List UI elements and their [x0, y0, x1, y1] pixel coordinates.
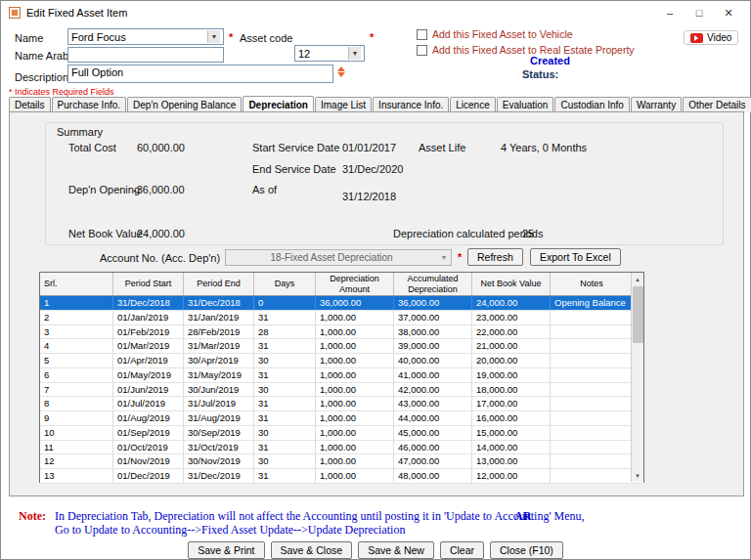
description-input[interactable]: Full Option	[67, 65, 333, 83]
tab-strip: DetailsPurchase Info.Dep'n Opening Balan…	[9, 96, 751, 112]
table-cell	[551, 368, 633, 382]
table-row[interactable]: 801/Jul/201931/Jul/2019311,000.0043,000.…	[40, 397, 643, 411]
tab-other-details[interactable]: Other Details	[683, 97, 751, 112]
column-header-srl[interactable]: Srl.	[40, 273, 113, 295]
tab-image-list[interactable]: Image List	[315, 97, 372, 112]
scroll-up-icon[interactable]: ▲	[632, 273, 643, 285]
table-row[interactable]: 401/Mar/201931/Mar/2019311,000.0039,000.…	[40, 339, 643, 354]
table-row[interactable]: 201/Jan/201931/Jan/2019311,000.0037,000.…	[40, 311, 643, 325]
tab-details[interactable]: Details	[9, 97, 51, 112]
save-close-button[interactable]: Save & Close	[271, 541, 353, 559]
tab-warranty[interactable]: Warranty	[631, 97, 682, 112]
minimize-icon[interactable]: –	[662, 7, 678, 20]
end-service-date-label: End Service Date	[252, 163, 336, 175]
table-cell: 3	[40, 325, 113, 339]
table-cell: 1,000.00	[316, 397, 394, 410]
depn-opening-value: -36,000.00	[133, 184, 185, 195]
column-header-net-book-value[interactable]: Net Book Value	[472, 273, 551, 295]
checkbox-icon[interactable]	[417, 45, 427, 56]
created-status-text: Created	[530, 55, 570, 66]
table-cell: 31/May/2019	[184, 368, 254, 382]
video-play-icon	[690, 33, 703, 43]
column-header-days[interactable]: Days	[254, 273, 316, 295]
column-header-notes[interactable]: Notes	[551, 273, 633, 295]
table-cell: 31/Aug/2019	[184, 411, 254, 425]
table-cell: 01/Feb/2019	[113, 325, 184, 339]
close-icon[interactable]: ✕	[721, 7, 736, 20]
table-cell: 9	[40, 411, 113, 425]
grid-header-row: Srl.Period StartPeriod EndDaysDepreciati…	[40, 273, 643, 296]
table-row[interactable]: 1001/Sep/201930/Sep/2019301,000.0045,000…	[40, 426, 643, 441]
refresh-button[interactable]: Refresh	[467, 248, 523, 266]
table-row[interactable]: 701/Jun/201930/Jun/2019301,000.0042,000.…	[40, 383, 643, 398]
add-to-vehicle-checkbox[interactable]: Add this Fixed Asset to Vehicle	[417, 28, 573, 40]
table-cell: 40,000.00	[394, 354, 472, 367]
table-cell: 31/Dec/2019	[184, 469, 254, 483]
tab-custodian-info[interactable]: Custodian Info	[554, 97, 630, 112]
window-title: Edit Fixed Asset Item	[26, 7, 127, 19]
table-cell: 1,000.00	[316, 354, 394, 367]
asset-code-input[interactable]: 12 ▼	[294, 45, 365, 62]
depreciation-grid: Srl.Period StartPeriod EndDaysDepreciati…	[39, 272, 644, 483]
close-f10-button[interactable]: Close (F10)	[490, 541, 563, 559]
asset-code-dropdown-icon[interactable]: ▼	[348, 47, 361, 60]
table-row[interactable]: 1101/Oct/201931/Oct/2019311,000.0046,000…	[40, 441, 643, 455]
depreciation-tab-panel: Summary Total Cost 60,000.00 Start Servi…	[9, 111, 744, 496]
name-input[interactable]: Ford Focus ▼	[67, 28, 224, 45]
tab-depreciation[interactable]: Depreciation	[243, 96, 314, 112]
column-header-period-start[interactable]: Period Start	[113, 273, 184, 295]
column-header-depreciation-amount[interactable]: Depreciation Amount	[316, 273, 394, 295]
account-dropdown-value: 18-Fixed Asset Depreciation	[226, 252, 437, 263]
add-to-real-estate-checkbox[interactable]: Add this Fixed Asset to Real Estate Prop…	[417, 44, 635, 56]
scroll-down-icon[interactable]: ▼	[632, 469, 643, 482]
table-cell: 31/Dec/2018	[184, 296, 254, 310]
description-spinner-icon[interactable]	[337, 66, 345, 77]
total-cost-label: Total Cost	[68, 142, 116, 153]
video-button-label: Video	[707, 32, 731, 43]
tab-evaluation[interactable]: Evaluation	[497, 97, 554, 112]
table-row[interactable]: 1201/Nov/201930/Nov/2019301,000.0047,000…	[40, 454, 643, 469]
save-print-button[interactable]: Save & Print	[188, 541, 264, 559]
table-row[interactable]: 901/Aug/201931/Aug/2019311,000.0044,000.…	[40, 411, 643, 426]
table-row[interactable]: 301/Feb/201928/Feb/2019281,000.0038,000.…	[40, 325, 643, 340]
tab-insurance-info[interactable]: Insurance Info.	[373, 97, 449, 112]
ar-language-link[interactable]: AR	[514, 509, 531, 524]
save-new-button[interactable]: Save & New	[358, 541, 434, 559]
table-cell: 31	[254, 411, 316, 425]
table-cell: 46,000.00	[394, 441, 472, 454]
table-cell: 1,000.00	[316, 383, 394, 397]
table-cell: 1,000.00	[316, 441, 394, 454]
name-dropdown-icon[interactable]: ▼	[207, 30, 220, 43]
tab-licence[interactable]: Licence	[450, 97, 495, 112]
table-cell: 28/Feb/2019	[184, 325, 254, 339]
table-cell: 16,000.00	[472, 411, 551, 425]
clear-button[interactable]: Clear	[440, 541, 484, 559]
grid-scrollbar[interactable]: ▲ ▼	[631, 273, 643, 482]
table-cell: 13,000.00	[472, 454, 551, 468]
table-cell: 36,000.00	[316, 296, 394, 310]
table-cell: 0	[254, 296, 316, 310]
name-arabic-input[interactable]	[67, 47, 224, 63]
table-cell: 22,000.00	[472, 325, 551, 339]
table-cell: 2	[40, 311, 113, 324]
table-cell: Opening Balance	[551, 296, 633, 310]
table-cell	[551, 426, 633, 440]
checkbox-icon[interactable]	[417, 29, 427, 40]
title-bar: Edit Fixed Asset Item – □ ✕	[1, 1, 750, 24]
table-row[interactable]: 131/Dec/201831/Dec/2018036,000.0036,000.…	[40, 296, 643, 311]
column-header-period-end[interactable]: Period End	[184, 273, 254, 295]
table-cell: 18,000.00	[472, 383, 551, 397]
table-cell: 01/Jun/2019	[113, 383, 184, 397]
tab-dep-n-opening-balance[interactable]: Dep'n Opening Balance	[127, 97, 242, 112]
table-row[interactable]: 1301/Dec/201931/Dec/2019311,000.0048,000…	[40, 469, 643, 484]
maximize-icon[interactable]: □	[691, 7, 707, 20]
tab-purchase-info[interactable]: Purchase Info.	[52, 97, 126, 112]
name-required-asterisk: *	[229, 31, 233, 43]
video-button[interactable]: Video	[684, 30, 738, 45]
export-to-excel-button[interactable]: Export To Excel	[530, 248, 621, 266]
column-header-accumulated-depreciation[interactable]: Accumulated Depreciation	[394, 273, 472, 295]
account-dropdown[interactable]: 18-Fixed Asset Depreciation ▼	[225, 249, 452, 266]
scrollbar-thumb[interactable]	[633, 286, 643, 343]
table-row[interactable]: 601/May/201931/May/2019311,000.0041,000.…	[40, 368, 643, 383]
table-row[interactable]: 501/Apr/201930/Apr/2019301,000.0040,000.…	[40, 354, 643, 368]
